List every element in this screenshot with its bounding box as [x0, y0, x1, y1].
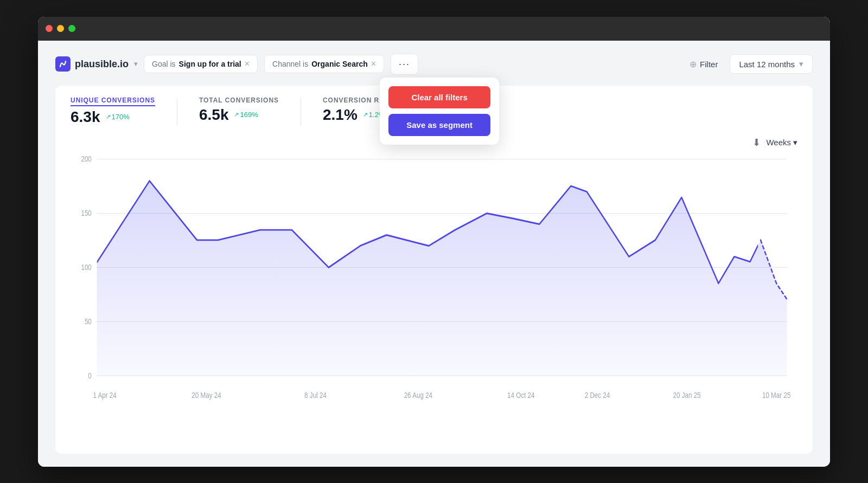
goal-filter-pill[interactable]: Goal is Sign up for a trial × [144, 55, 258, 73]
logo[interactable]: plausible.io ▾ [55, 56, 137, 72]
filter-button-label: Filter [700, 60, 718, 69]
interval-chevron-icon: ▾ [793, 138, 797, 147]
channel-filter-pill[interactable]: Channel is Organic Search × [264, 55, 384, 73]
x-label-aug: 26 Aug 24 [404, 391, 432, 400]
chart-area: 200 150 100 50 0 [71, 153, 797, 454]
maximize-button[interactable] [68, 25, 75, 32]
close-button[interactable] [46, 25, 53, 32]
channel-filter-remove[interactable]: × [371, 60, 376, 68]
chart-fill-area [97, 181, 787, 375]
filter-button[interactable]: ⊕ Filter [684, 55, 723, 74]
x-label-jan: 20 Jan 25 [673, 391, 701, 400]
logo-text: plausible.io [75, 59, 129, 70]
main-window: plausible.io ▾ Goal is Sign up for a tri… [38, 17, 830, 467]
more-menu-container: ··· Clear all filters Save as segment [391, 54, 418, 75]
goal-filter-remove[interactable]: × [245, 60, 250, 68]
x-label-dec: 2 Dec 24 [585, 391, 610, 400]
stat-unique-change-value: 170% [112, 113, 130, 121]
svg-text:100: 100 [81, 263, 91, 272]
stat-total-value: 6.5k [199, 106, 229, 124]
x-label-apr: 1 Apr 24 [93, 391, 116, 400]
svg-text:200: 200 [81, 154, 91, 163]
stat-total-value-row: 6.5k ↗ 169% [199, 106, 279, 124]
x-label-may: 20 May 24 [192, 391, 221, 400]
minimize-button[interactable] [57, 25, 64, 32]
stat-unique-conversions[interactable]: UNIQUE CONVERSIONS 6.3k ↗ 170% [71, 96, 155, 126]
download-button[interactable]: ⬇ [752, 137, 761, 149]
svg-text:0: 0 [88, 371, 91, 379]
more-dropdown: Clear all filters Save as segment [380, 78, 499, 145]
stat-total-label: TOTAL CONVERSIONS [199, 96, 279, 104]
stat-unique-change: ↗ 170% [106, 113, 130, 121]
filter-icon: ⊕ [690, 59, 697, 69]
stat-unique-value: 6.3k [71, 108, 100, 126]
logo-icon [55, 56, 71, 72]
stats-divider-2 [301, 99, 301, 126]
date-range-picker[interactable]: Last 12 months ▾ [730, 54, 813, 74]
channel-filter-value: Organic Search [311, 60, 368, 68]
stats-divider-1 [177, 99, 177, 126]
interval-picker[interactable]: Weeks ▾ [766, 138, 797, 147]
x-label-mar: 10 Mar 25 [762, 391, 790, 400]
stat-unique-arrow-icon: ↗ [106, 113, 111, 120]
stat-total-conversions[interactable]: TOTAL CONVERSIONS 6.5k ↗ 169% [199, 96, 279, 124]
stat-unique-value-row: 6.3k ↗ 170% [71, 108, 155, 126]
line-chart: 200 150 100 50 0 [71, 153, 797, 427]
more-button[interactable]: ··· [391, 54, 418, 75]
titlebar [38, 17, 830, 41]
stat-unique-label: UNIQUE CONVERSIONS [71, 96, 155, 106]
save-segment-button[interactable]: Save as segment [388, 114, 490, 136]
topbar: plausible.io ▾ Goal is Sign up for a tri… [55, 54, 813, 75]
date-range-chevron-icon: ▾ [799, 59, 803, 69]
x-label-jul: 8 Jul 24 [304, 391, 327, 400]
stat-rate-arrow-icon: ↗ [363, 111, 368, 118]
stat-total-arrow-icon: ↗ [234, 111, 239, 118]
x-label-oct: 14 Oct 24 [507, 391, 534, 400]
date-range-label: Last 12 months [739, 60, 795, 69]
clear-filters-button[interactable]: Clear all filters [388, 86, 490, 108]
main-content: plausible.io ▾ Goal is Sign up for a tri… [38, 41, 830, 467]
logo-chevron-icon: ▾ [134, 60, 137, 68]
interval-label: Weeks [766, 138, 791, 147]
channel-filter-label: Channel is [272, 60, 308, 68]
svg-text:50: 50 [85, 317, 92, 325]
stat-rate-value: 2.1% [323, 106, 358, 124]
goal-filter-value: Sign up for a trial [179, 60, 241, 68]
stat-total-change-value: 169% [240, 111, 258, 119]
stat-total-change: ↗ 169% [234, 111, 258, 119]
goal-filter-label: Goal is [152, 60, 176, 68]
svg-text:150: 150 [81, 209, 91, 217]
